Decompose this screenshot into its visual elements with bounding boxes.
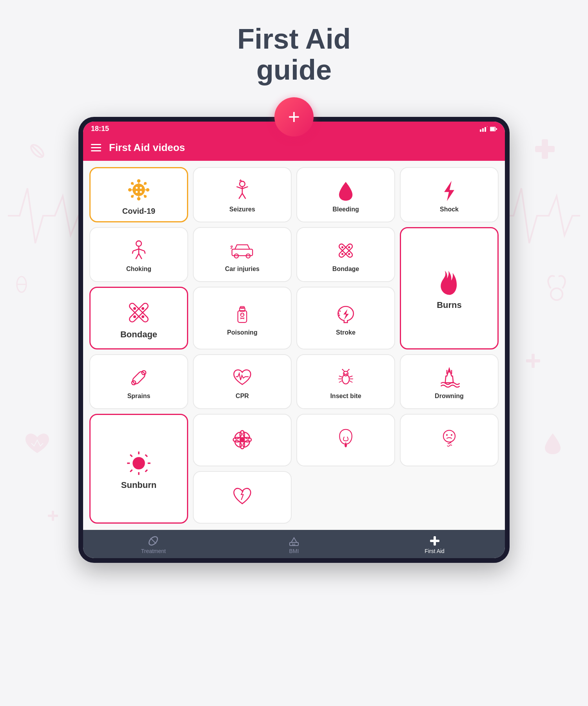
firstaid-label: First Aid [425,548,445,554]
svg-point-35 [136,187,138,189]
tablet-frame: 18:15 Firs [78,117,510,563]
bottom-nav: Treatment kg BMI First Aid [83,530,505,558]
grid-item-insectbite[interactable]: Insect bite [296,354,395,409]
grid-item-poisoning[interactable]: Poisoning [193,287,292,349]
svg-line-51 [136,254,139,259]
svg-point-101 [132,457,145,470]
nav-item-treatment[interactable]: Treatment [130,535,177,554]
svg-point-62 [348,246,350,248]
grid-item-bleeding[interactable]: Bleeding [296,167,395,222]
seizures-label: Seizures [229,206,255,213]
sunburn-icon [125,449,152,477]
grid-item-seizures[interactable]: Seizures [193,167,292,222]
svg-rect-16 [490,127,495,131]
svg-rect-129 [430,540,439,542]
svg-line-43 [239,193,242,199]
sunburn-label: Sunburn [121,480,156,490]
svg-line-34 [144,195,145,196]
grid-item-stroke[interactable]: Stroke [296,287,395,349]
burns-icon [437,269,462,300]
svg-line-109 [145,470,147,472]
svg-point-18 [132,184,145,197]
svg-line-95 [349,381,352,383]
top-bar-title: First Aid videos [109,142,185,154]
nav-item-bmi[interactable]: kg BMI [270,535,318,554]
choking-icon [127,239,151,262]
grid-item-vomiting[interactable] [400,414,499,466]
svg-rect-9 [52,511,54,521]
page-title-container: First Aid guide [237,24,350,86]
poisoning-icon [230,302,254,326]
battery-icon [490,126,497,132]
grid-item-covid19[interactable]: Covid-19 [89,167,188,222]
grid-item-heartattack[interactable] [193,471,292,524]
svg-line-90 [339,376,342,377]
bondage-sm-label: Bondage [332,266,359,273]
svg-point-36 [140,187,142,189]
grid-item-shock[interactable]: Shock [400,167,499,222]
svg-point-96 [344,373,345,374]
svg-point-63 [341,253,343,255]
poisoning-label: Poisoning [227,329,257,336]
drowning-label: Drowning [435,393,464,400]
grid-item-bondage-lg[interactable]: Bondage [89,287,188,349]
scale-icon: kg [289,535,299,546]
pill-icon [148,535,159,546]
svg-line-107 [145,455,147,457]
svg-point-70 [142,315,144,318]
status-icons [480,126,497,132]
grid-item-sunburn[interactable]: Sunburn [89,414,188,524]
grid-item-cpr[interactable]: CPR [193,354,292,409]
svg-point-88 [342,369,343,370]
svg-rect-17 [496,128,497,130]
page-title-line1: First Aid [237,24,350,55]
svg-point-118 [240,437,245,443]
svg-rect-59 [338,243,354,258]
shock-label: Shock [440,206,459,213]
face-icon [437,428,461,451]
flower-icon [230,428,254,451]
sprains-icon [127,366,151,389]
hamburger-menu[interactable] [91,144,101,151]
svg-rect-14 [487,126,488,127]
grid-item-sprains[interactable]: Sprains [89,354,188,409]
svg-rect-13 [485,127,486,132]
svg-point-69 [133,315,136,318]
svg-point-6 [551,288,563,300]
grid-item-drowning[interactable]: Drowning [400,354,499,409]
nav-item-firstaid[interactable]: First Aid [411,535,458,554]
svg-text:kg: kg [292,543,295,546]
grid-item-nosebleed[interactable] [296,414,395,466]
shock-icon [437,179,461,203]
svg-point-76 [243,314,243,315]
svg-point-61 [341,246,343,248]
cpr-icon [230,366,254,389]
svg-point-75 [241,314,242,315]
svg-line-93 [349,376,352,377]
svg-point-119 [443,430,455,442]
grid-item-carinjuries[interactable]: Car injuries [193,227,292,282]
signal-icon [480,126,488,132]
svg-point-81 [339,315,340,316]
svg-rect-2 [542,139,548,159]
grid-item-allergy[interactable] [193,414,292,466]
svg-rect-66 [128,302,149,323]
svg-point-64 [348,253,350,255]
cpr-label: CPR [236,393,249,400]
bleeding-icon [334,179,358,203]
stroke-icon [334,302,358,326]
grid-item-choking[interactable]: Choking [89,227,188,282]
svg-point-21 [128,188,132,192]
seizures-icon [230,179,254,203]
grid-item-burns[interactable]: Burns [400,227,499,349]
svg-rect-65 [128,302,149,323]
burns-label: Burns [437,300,462,310]
carinjuries-label: Car injuries [225,266,260,273]
svg-point-4 [17,277,26,292]
grid-item-bondage-sm[interactable]: Bondage [296,227,395,282]
svg-rect-3 [535,146,555,152]
app-icon[interactable]: + [274,97,314,136]
insectbite-label: Insect bite [330,393,361,400]
svg-line-92 [339,381,342,383]
drowning-icon [437,366,461,389]
